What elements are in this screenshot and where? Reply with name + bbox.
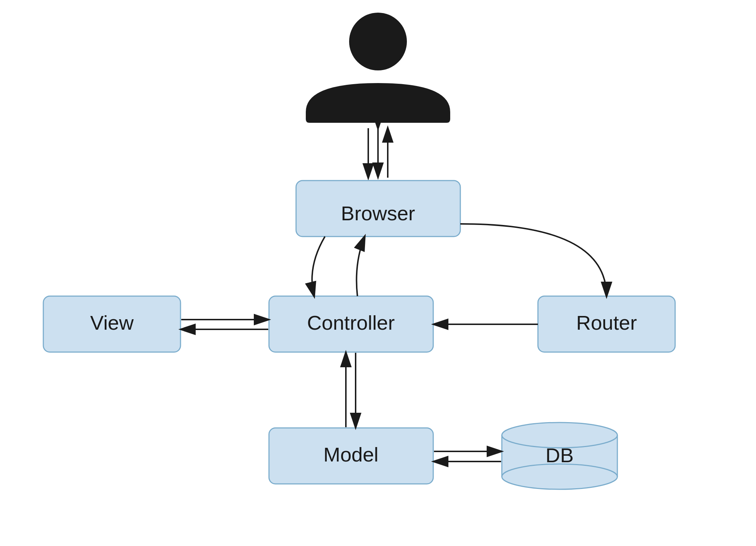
- svg-point-5: [502, 464, 617, 489]
- router-label: Router: [576, 311, 637, 334]
- diagram-container: Browser Controller View Router Model DB: [0, 0, 756, 546]
- user-head-icon: [349, 13, 407, 70]
- view-label: View: [90, 311, 134, 334]
- browser-label: Browser: [341, 202, 415, 225]
- db-label: DB: [546, 444, 574, 467]
- model-label: Model: [323, 443, 379, 466]
- user-body-icon: [306, 83, 450, 123]
- controller-label: Controller: [307, 311, 395, 334]
